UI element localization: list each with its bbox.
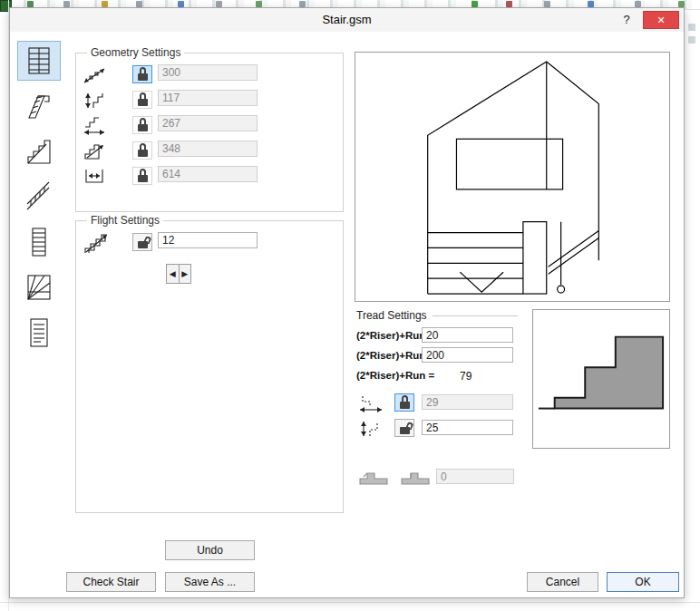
flight-settings-label: Flight Settings bbox=[87, 214, 163, 227]
lock-icon bbox=[138, 150, 148, 157]
dialog-titlebar[interactable]: Stair.gsm ? ✕ bbox=[10, 8, 684, 32]
toolbar-icon bbox=[506, 1, 512, 7]
toolbar-icon bbox=[588, 1, 594, 7]
riser-run-min-input[interactable] bbox=[422, 327, 513, 343]
step-profile-icon bbox=[24, 136, 53, 167]
sidebar-item-winder-plan[interactable] bbox=[17, 267, 61, 307]
ok-label: OK bbox=[635, 576, 650, 588]
save-as-label: Save As ... bbox=[184, 576, 236, 588]
decrease-button[interactable]: ◀ bbox=[166, 264, 180, 284]
close-button[interactable]: ✕ bbox=[643, 11, 679, 29]
riser-height-input[interactable] bbox=[422, 420, 513, 435]
flight-section-icon bbox=[24, 91, 53, 121]
toolbar-icon bbox=[136, 1, 142, 7]
undo-button[interactable]: Undo bbox=[165, 540, 255, 560]
riser-count-stepper: ◀ ▶ bbox=[166, 264, 191, 284]
tread-depth-dimension-icon bbox=[357, 393, 384, 413]
lock-toggle[interactable] bbox=[132, 141, 152, 160]
unlock-icon bbox=[400, 427, 410, 434]
background-bottom-edge bbox=[0, 602, 700, 603]
document-icon bbox=[24, 317, 53, 348]
riser-height-dimension-icon bbox=[82, 91, 107, 111]
nosing-style-icon bbox=[356, 465, 391, 489]
sidebar-item-railing[interactable] bbox=[17, 177, 61, 217]
riser-run-current-value: 79 bbox=[460, 370, 472, 383]
toolbar-icon bbox=[178, 1, 184, 7]
close-icon: ✕ bbox=[656, 15, 665, 26]
help-button[interactable]: ? bbox=[618, 12, 635, 28]
save-as-button[interactable]: Save As ... bbox=[165, 572, 255, 592]
toolbar-icon bbox=[256, 1, 262, 7]
increase-button[interactable]: ▶ bbox=[180, 264, 192, 284]
lock-icon bbox=[138, 99, 148, 106]
nosing-options bbox=[356, 465, 433, 489]
riser-height-dimension-icon bbox=[357, 419, 384, 439]
toolbar-icon bbox=[102, 1, 108, 7]
flight-length-input[interactable] bbox=[158, 141, 258, 157]
cancel-label: Cancel bbox=[546, 576, 579, 588]
stair-plan-drawing bbox=[355, 53, 669, 301]
stair-profile-drawing bbox=[533, 310, 669, 448]
step-count-icon bbox=[82, 141, 107, 161]
check-stair-label: Check Stair bbox=[83, 576, 139, 588]
toolbar-icon bbox=[472, 1, 478, 7]
tread-settings-header: Tread Settings bbox=[356, 309, 518, 322]
left-arrow-icon: ◀ bbox=[170, 269, 176, 278]
riser-height-input[interactable] bbox=[158, 90, 258, 106]
riser-height-lock-toggle[interactable] bbox=[394, 419, 414, 437]
sidebar-item-u-return-stair[interactable] bbox=[17, 41, 61, 81]
toolbar-icon bbox=[544, 1, 550, 7]
flight-steps-icon bbox=[82, 233, 111, 255]
dialog-title: Stair.gsm bbox=[10, 13, 684, 26]
geometry-row bbox=[76, 90, 343, 112]
riser-run-max-input[interactable] bbox=[422, 347, 513, 363]
sidebar-item-listing[interactable] bbox=[17, 313, 61, 353]
geometry-row bbox=[76, 166, 343, 188]
toolbar-icon bbox=[216, 1, 222, 7]
cancel-button[interactable]: Cancel bbox=[527, 572, 598, 592]
lock-toggle[interactable] bbox=[132, 65, 152, 83]
toolbar-icon bbox=[678, 1, 685, 7]
lock-icon bbox=[400, 402, 410, 409]
lock-toggle[interactable] bbox=[132, 167, 152, 185]
sidebar-item-step-profile[interactable] bbox=[17, 131, 61, 171]
sidebar-item-flight-section[interactable] bbox=[17, 86, 61, 126]
toolbar-icon bbox=[63, 1, 70, 7]
going-dimension-icon bbox=[82, 116, 107, 136]
stair-plan-preview bbox=[355, 52, 670, 302]
flight-settings-group: Flight Settings ◀ ▶ bbox=[75, 220, 344, 513]
lock-icon bbox=[138, 175, 148, 182]
undo-label: Undo bbox=[197, 544, 223, 557]
tread-depth-input[interactable] bbox=[422, 394, 513, 410]
nosing-value-input[interactable] bbox=[436, 469, 514, 484]
total-run-dimension-icon bbox=[82, 65, 107, 85]
winder-plan-icon bbox=[24, 272, 53, 303]
lock-icon bbox=[138, 73, 148, 81]
nosing-style-icon bbox=[398, 465, 433, 489]
background-icon bbox=[688, 36, 695, 44]
going-length-input[interactable] bbox=[158, 115, 258, 131]
stair-width-dimension-icon bbox=[82, 167, 107, 187]
straight-run-icon bbox=[24, 227, 53, 257]
u-return-stair-icon bbox=[24, 45, 53, 76]
geometry-row bbox=[76, 115, 343, 137]
stair-width-input[interactable] bbox=[158, 166, 258, 182]
right-arrow-icon: ▶ bbox=[181, 269, 188, 278]
geometry-settings-group: Geometry Settings bbox=[75, 53, 344, 212]
total-rise-input[interactable] bbox=[158, 64, 258, 81]
toolbar-icon bbox=[27, 1, 34, 7]
ok-button[interactable]: OK bbox=[607, 572, 679, 592]
tread-depth-lock-toggle[interactable] bbox=[394, 393, 414, 412]
lock-toggle[interactable] bbox=[132, 116, 152, 134]
stair-profile-preview bbox=[532, 309, 670, 449]
toolbar-icon bbox=[299, 1, 306, 7]
number-of-risers-input[interactable] bbox=[158, 232, 258, 248]
flight-steps-row bbox=[76, 232, 343, 254]
geometry-settings-label: Geometry Settings bbox=[87, 46, 184, 59]
lock-toggle[interactable] bbox=[132, 233, 152, 251]
unlock-icon bbox=[138, 241, 148, 248]
lock-toggle[interactable] bbox=[132, 91, 152, 109]
sidebar-item-straight-run[interactable] bbox=[17, 222, 61, 262]
geometry-row bbox=[76, 64, 343, 86]
check-stair-button[interactable]: Check Stair bbox=[66, 572, 156, 592]
